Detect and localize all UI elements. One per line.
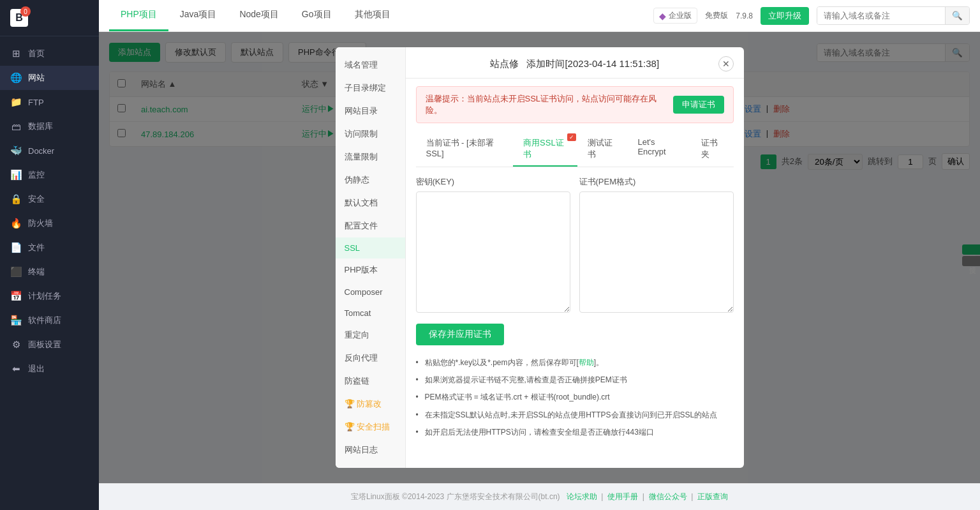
key-label: 密钥(KEY) [416,176,570,188]
main-content: PHP项目 Java项目 Node项目 Go项目 其他项目 ◆ 企业版 免费版 … [99,0,980,510]
modal-sidebar-tomcat[interactable]: Tomcat [336,303,405,324]
apply-cert-button[interactable]: 申请证书 [673,96,724,114]
search-box: 🔍 [817,6,970,25]
sidebar-item-cron[interactable]: 📅 计划任务 [0,284,99,308]
enterprise-label: 企业版 [669,10,692,21]
top-nav: PHP项目 Java项目 Node项目 Go项目 其他项目 ◆ 企业版 免费版 … [99,0,980,32]
modal-sidebar-proxy[interactable]: 反向代理 [336,347,405,370]
modal-sidebar-scan[interactable]: 🏆 安全扫描 [336,416,405,439]
content-area: 添加站点 修改默认页 默认站点 PHP命令行版本 🔍 网站名 ▲ 状态 ▼ [99,32,980,483]
sidebar-item-logout[interactable]: ⬅ 退出 [0,357,99,381]
cert-label: 证书(PEM格式) [579,176,734,188]
sidebar-item-database-label: 数据库 [28,121,53,132]
monitor-icon: 📊 [10,169,22,181]
sidebar-item-store[interactable]: 🏪 软件商店 [0,308,99,333]
modal-main-content: 站点修 添加时间[2023-04-14 11:51:38] ✕ 温馨提示：当前站… [406,47,744,468]
modal-sidebar-traffic[interactable]: 流量限制 [336,146,405,169]
top-nav-tabs: PHP项目 Java项目 Node项目 Go项目 其他项目 [109,0,402,31]
help-item: 如开启后无法使用HTTPS访问，请检查安全组是否正确放行443端口 [416,424,734,441]
logout-icon: ⬅ [10,363,22,375]
tab-php[interactable]: PHP项目 [109,0,168,31]
sidebar-item-ftp[interactable]: 📁 FTP [0,90,99,114]
database-icon: 🗃 [10,121,22,132]
modal-close-button[interactable]: ✕ [718,56,734,71]
sidebar-item-security-label: 安全 [28,193,45,205]
tab-other[interactable]: 其他项目 [343,0,402,31]
sidebar-item-settings-label: 面板设置 [28,339,61,350]
modal-sidebar-ssl[interactable]: SSL [336,237,405,259]
modal-sidebar-access[interactable]: 访问限制 [336,123,405,146]
tab-letsencrypt[interactable]: Let's Encrypt [627,132,690,167]
sidebar-item-database[interactable]: 🗃 数据库 [0,114,99,139]
modal-sidebar-webdir[interactable]: 网站目录 [336,100,405,123]
sidebar-logo: B 0 [0,0,99,36]
modal-sidebar-redirect[interactable]: 重定向 [336,324,405,347]
search-input[interactable] [817,7,945,24]
sidebar-item-files-label: 文件 [28,242,45,253]
sidebar-item-cron-label: 计划任务 [28,290,61,302]
ftp-icon: 📁 [10,96,22,108]
save-cert-button[interactable]: 保存并应用证书 [416,324,504,345]
settings-icon: ⚙ [10,339,22,350]
modal-sidebar-defaultdoc[interactable]: 默认文档 [336,191,405,214]
key-form-col: 密钥(KEY) [416,176,570,315]
sidebar-item-terminal-label: 终端 [28,266,45,278]
footer: 宝塔Linux面板 ©2014-2023 广东堡塔安全技术有限公司(bt.cn)… [99,483,980,510]
cert-form-col: 证书(PEM格式) [579,176,734,315]
sidebar-item-security[interactable]: 🔒 安全 [0,187,99,211]
search-button[interactable]: 🔍 [945,7,969,24]
upgrade-button[interactable]: 立即升级 [761,7,809,25]
modal-body: 温馨提示：当前站点未开启SSL证书访问，站点访问可能存在风险。 申请证书 当前证… [406,79,744,468]
wechat-link[interactable]: 微信公众号 [649,492,687,501]
modal-sidebar-tamper[interactable]: 🏆 防篡改 [336,393,405,416]
sidebar-item-home[interactable]: ⊞ 首页 [0,41,99,66]
tab-test-cert[interactable]: 测试证书 [577,132,628,167]
ssl-warning-alert: 温馨提示：当前站点未开启SSL证书访问，站点访问可能存在风险。 申请证书 [416,86,734,123]
sidebar-item-docker[interactable]: 🐳 Docker [0,139,99,163]
sidebar-item-terminal[interactable]: ⬛ 终端 [0,260,99,284]
version-badge: 7.9.8 [736,11,753,20]
modal-sidebar: 域名管理 子目录绑定 网站目录 访问限制 流量限制 伪静态 默认文档 配置文件 … [336,47,406,468]
enterprise-badge: ◆ 企业版 [653,8,697,24]
modal-title-text: 站点修 添加时间[2023-04-14 11:51:38] [490,58,659,69]
manual-link[interactable]: 使用手册 [607,492,638,501]
modal-sidebar-hotlink[interactable]: 防盗链 [336,370,405,393]
cron-icon: 📅 [10,290,22,302]
help-link[interactable]: 帮助 [579,358,594,367]
tab-java[interactable]: Java项目 [168,0,228,31]
tab-current-cert[interactable]: 当前证书 - [未部署SSL] [416,132,514,167]
sidebar: B 0 ⊞ 首页 🌐 网站 📁 FTP 🗃 数据库 🐳 Docker [0,0,99,510]
tab-node[interactable]: Node项目 [228,0,290,31]
copyright-text: 宝塔Linux面板 ©2014-2023 广东堡塔安全技术有限公司(bt.cn) [351,492,560,501]
notification-badge: 0 [20,6,31,17]
modal-sidebar-rewrite[interactable]: 伪静态 [336,169,405,191]
modal-sidebar-phpver[interactable]: PHP版本 [336,259,405,281]
top-nav-right: ◆ 企业版 免费版 7.9.8 立即升级 🔍 [653,6,970,25]
modal-sidebar-log[interactable]: 网站日志 [336,439,405,461]
alert-text: 温馨提示：当前站点未开启SSL证书访问，站点访问可能存在风险。 [426,93,667,116]
modal-sidebar-config[interactable]: 配置文件 [336,214,405,237]
sidebar-item-firewall[interactable]: 🔥 防火墙 [0,211,99,236]
modal-sidebar-domain[interactable]: 域名管理 [336,54,405,77]
security-icon: 🔒 [10,193,22,205]
genuine-link[interactable]: 正版查询 [697,492,728,501]
help-item: 粘贴您的*.key以及*.pem内容，然后保存即可[帮助]。 [416,354,734,371]
sidebar-item-website[interactable]: 🌐 网站 [0,66,99,90]
tab-cert-folder[interactable]: 证书夹 [691,132,734,167]
forum-link[interactable]: 论坛求助 [567,492,597,501]
docker-icon: 🐳 [10,145,22,156]
sidebar-item-monitor[interactable]: 📊 监控 [0,163,99,187]
key-textarea[interactable] [416,191,570,313]
sidebar-item-files[interactable]: 📄 文件 [0,236,99,260]
modal-header: 站点修 添加时间[2023-04-14 11:51:38] ✕ [406,47,744,79]
tab-commercial-ssl[interactable]: 商用SSL证书 ✓ [513,132,577,167]
modal-sidebar-subdir[interactable]: 子目录绑定 [336,77,405,100]
sidebar-item-monitor-label: 监控 [28,169,45,181]
home-icon: ⊞ [10,48,22,59]
cert-textarea[interactable] [579,191,734,313]
sidebar-item-settings[interactable]: ⚙ 面板设置 [0,333,99,357]
tab-go[interactable]: Go项目 [290,0,343,31]
free-badge: 免费版 [705,10,728,21]
help-list: 粘贴您的*.key以及*.pem内容，然后保存即可[帮助]。 如果浏览器提示证书… [416,354,734,441]
modal-sidebar-composer[interactable]: Composer [336,281,405,303]
